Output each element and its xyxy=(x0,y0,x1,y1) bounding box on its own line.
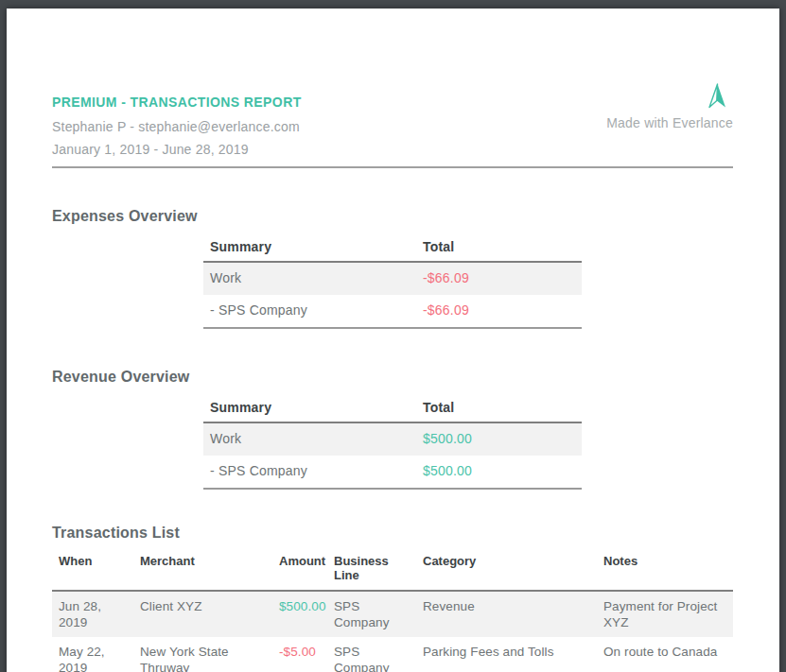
brand-block: Made with Everlance xyxy=(563,83,733,130)
column-header-total: Total xyxy=(423,239,582,254)
merchant-cell: Client XYZ xyxy=(140,598,279,630)
business-line-cell: SPS Company xyxy=(334,598,423,630)
summary-cell: Work xyxy=(203,270,423,286)
amount-cell: -$5.00 xyxy=(279,644,334,672)
notes-cell: On route to Canada xyxy=(603,644,733,672)
amount-value: -$66.09 xyxy=(423,302,469,318)
category-cell: Parking Fees and Tolls xyxy=(423,644,603,672)
amount-value: $500.00 xyxy=(423,431,472,446)
report-page: PREMIUM - TRANSACTIONS REPORT Stephanie … xyxy=(7,9,779,672)
amount-cell: $500.00 xyxy=(279,598,334,630)
report-content: PREMIUM - TRANSACTIONS REPORT Stephanie … xyxy=(7,9,779,672)
table-row: - SPS Company $500.00 xyxy=(203,456,582,488)
transaction-row: May 22, 2019 New York State Thruway -$5.… xyxy=(52,637,733,672)
header-divider xyxy=(52,166,733,168)
column-header-summary: Summary xyxy=(203,239,423,254)
table-row: Work $500.00 xyxy=(203,423,582,456)
transactions-table: When Merchant Amount Business Line Categ… xyxy=(52,550,733,672)
summary-cell: - SPS Company xyxy=(203,463,423,479)
column-header-total: Total xyxy=(423,400,582,415)
transaction-row: Jun 28, 2019 Client XYZ $500.00 SPS Comp… xyxy=(52,592,733,637)
table-row: Work -$66.09 xyxy=(203,263,582,295)
column-header-amount: Amount xyxy=(279,554,334,582)
column-header-merchant: Merchant xyxy=(140,554,279,582)
total-cell: -$66.09 xyxy=(423,270,582,286)
total-cell: $500.00 xyxy=(423,431,582,447)
table-bottom-border xyxy=(203,488,582,490)
column-header-summary: Summary xyxy=(203,400,423,415)
total-cell: -$66.09 xyxy=(423,302,582,319)
expenses-table-header: Summary Total xyxy=(203,234,582,263)
notes-cell: Payment for Project XYZ xyxy=(603,598,733,630)
revenue-overview-heading: Revenue Overview xyxy=(52,369,733,385)
date-range: January 1, 2019 - June 28, 2019 xyxy=(52,143,733,157)
transactions-list-heading: Transactions List xyxy=(52,525,733,541)
amount-value: $500.00 xyxy=(423,463,472,478)
total-cell: $500.00 xyxy=(423,463,582,479)
when-cell: Jun 28, 2019 xyxy=(52,598,140,630)
when-cell: May 22, 2019 xyxy=(52,644,140,672)
column-header-when: When xyxy=(52,554,140,582)
viewer-background: { "header": { "title": "PREMIUM - TRANSA… xyxy=(0,0,786,672)
amount-value: $500.00 xyxy=(279,599,326,613)
everlance-logo-icon xyxy=(707,83,727,109)
merchant-cell: New York State Thruway xyxy=(140,644,279,672)
expenses-overview-heading: Expenses Overview xyxy=(52,208,733,224)
column-header-notes: Notes xyxy=(603,554,733,582)
summary-cell: Work xyxy=(203,431,423,447)
business-line-cell: SPS Company xyxy=(334,644,423,672)
transactions-table-header: When Merchant Amount Business Line Categ… xyxy=(52,550,733,592)
revenue-table-header: Summary Total xyxy=(203,395,582,423)
amount-value: -$5.00 xyxy=(279,645,316,659)
column-header-business-line: Business Line xyxy=(334,554,423,582)
amount-value: -$66.09 xyxy=(423,270,469,285)
category-cell: Revenue xyxy=(423,598,603,630)
table-bottom-border xyxy=(203,327,582,329)
table-row: - SPS Company -$66.09 xyxy=(203,295,582,327)
made-with-label: Made with Everlance xyxy=(563,115,733,130)
revenue-overview-table: Summary Total Work $500.00 - SPS Company… xyxy=(203,395,582,490)
expenses-overview-table: Summary Total Work -$66.09 - SPS Company… xyxy=(203,234,582,329)
summary-cell: - SPS Company xyxy=(203,302,423,319)
column-header-category: Category xyxy=(423,554,603,582)
